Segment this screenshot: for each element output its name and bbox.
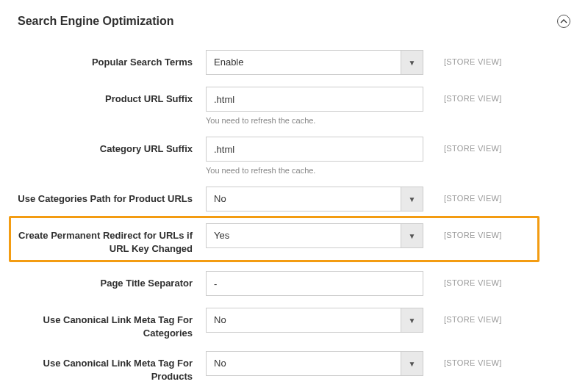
field-label: Create Permanent Redirect for URLs if UR… xyxy=(15,223,206,255)
scope-label: [STORE VIEW] xyxy=(423,223,573,239)
field-label: Popular Search Terms xyxy=(15,50,206,69)
field-canonical-categories: Use Canonical Link Meta Tag For Categori… xyxy=(15,308,573,339)
popular-search-terms-select[interactable]: Enable ▼ xyxy=(206,50,423,75)
select-value: Yes xyxy=(207,224,401,247)
field-popular-search-terms: Popular Search Terms Enable ▼ [STORE VIE… xyxy=(15,50,573,75)
select-value: No xyxy=(207,308,401,332)
section-title: Search Engine Optimization xyxy=(18,15,173,28)
select-value: Enable xyxy=(207,51,401,74)
scope-label: [STORE VIEW] xyxy=(423,50,573,66)
field-permanent-redirect: Create Permanent Redirect for URLs if UR… xyxy=(15,223,573,255)
field-label: Page Title Separator xyxy=(15,271,206,290)
chevron-down-icon: ▼ xyxy=(401,224,423,247)
use-categories-path-select[interactable]: No ▼ xyxy=(206,187,423,211)
product-url-suffix-input[interactable] xyxy=(206,87,423,112)
field-label: Product URL Suffix xyxy=(15,87,206,106)
field-category-url-suffix: Category URL Suffix You need to refresh … xyxy=(15,137,573,175)
field-page-title-separator: Page Title Separator [STORE VIEW] xyxy=(15,271,573,296)
scope-label: [STORE VIEW] xyxy=(423,137,573,153)
field-product-url-suffix: Product URL Suffix You need to refresh t… xyxy=(15,87,573,125)
field-hint: You need to refresh the cache. xyxy=(206,166,423,175)
chevron-down-icon: ▼ xyxy=(401,308,423,332)
field-label: Category URL Suffix xyxy=(15,137,206,156)
permanent-redirect-select[interactable]: Yes ▼ xyxy=(206,223,423,248)
scope-label: [STORE VIEW] xyxy=(423,271,573,287)
collapse-icon[interactable] xyxy=(557,15,570,28)
field-hint: You need to refresh the cache. xyxy=(206,116,423,125)
chevron-down-icon: ▼ xyxy=(401,352,423,375)
page-title-separator-input[interactable] xyxy=(206,271,423,296)
canonical-products-select[interactable]: No ▼ xyxy=(206,351,423,376)
field-label: Use Categories Path for Product URLs xyxy=(15,187,206,206)
scope-label: [STORE VIEW] xyxy=(423,87,573,103)
chevron-down-icon: ▼ xyxy=(401,51,423,74)
scope-label: [STORE VIEW] xyxy=(423,308,573,324)
field-label: Use Canonical Link Meta Tag For Products xyxy=(15,351,206,383)
scope-label: [STORE VIEW] xyxy=(423,187,573,203)
field-label: Use Canonical Link Meta Tag For Categori… xyxy=(15,308,206,339)
canonical-categories-select[interactable]: No ▼ xyxy=(206,308,423,333)
select-value: No xyxy=(207,352,401,375)
section-header[interactable]: Search Engine Optimization xyxy=(15,10,573,50)
chevron-down-icon: ▼ xyxy=(401,187,423,211)
category-url-suffix-input[interactable] xyxy=(206,137,423,162)
field-canonical-products: Use Canonical Link Meta Tag For Products… xyxy=(15,351,573,383)
scope-label: [STORE VIEW] xyxy=(423,351,573,367)
seo-config-section: Search Engine Optimization Popular Searc… xyxy=(0,0,588,387)
field-use-categories-path: Use Categories Path for Product URLs No … xyxy=(15,187,573,211)
select-value: No xyxy=(207,187,401,211)
